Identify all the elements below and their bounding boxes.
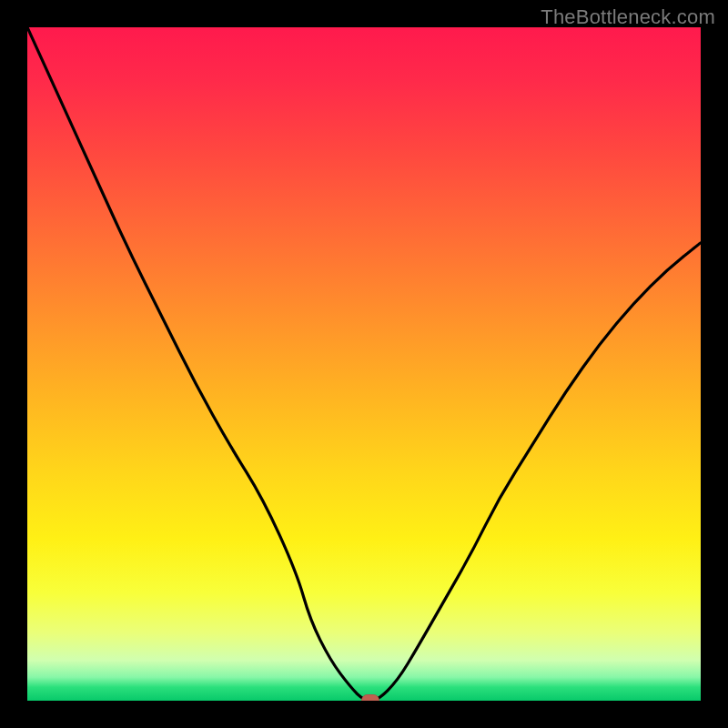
bottleneck-curve <box>27 27 701 701</box>
watermark-text: TheBottleneck.com <box>541 5 715 29</box>
minimum-marker <box>361 694 379 701</box>
chart-frame: TheBottleneck.com <box>0 0 728 728</box>
plot-area <box>27 27 701 701</box>
